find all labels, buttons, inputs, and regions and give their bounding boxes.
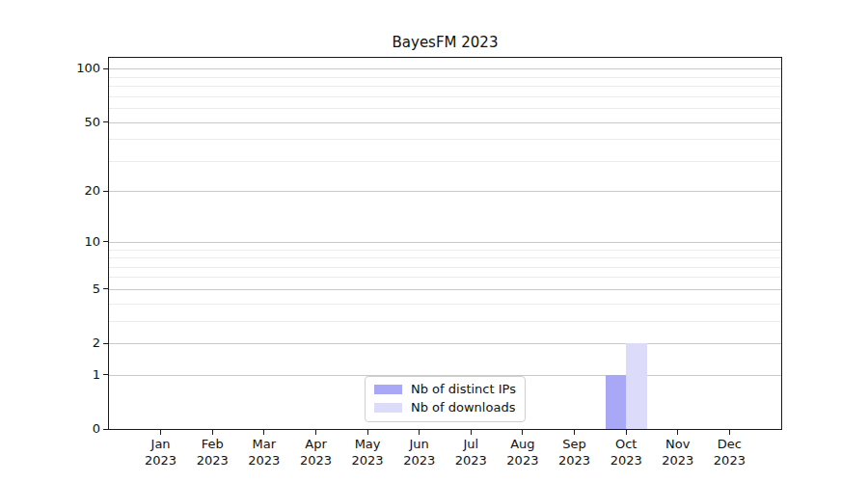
x-axis-tick-label: Jul2023	[442, 436, 500, 469]
legend-label-distinct-ips: Nb of distinct IPs	[411, 383, 516, 396]
x-tick-year: 2023	[649, 452, 707, 469]
legend-item-distinct-ips: Nb of distinct IPs	[374, 383, 516, 396]
x-tick-year: 2023	[287, 452, 345, 469]
x-axis-tick	[522, 430, 523, 435]
x-axis-tick	[471, 430, 472, 435]
gridline-minor	[109, 161, 781, 162]
x-tick-year: 2023	[597, 452, 655, 469]
x-axis-tick-label: Jun2023	[391, 436, 448, 469]
x-axis-tick	[626, 430, 627, 435]
legend: Nb of distinct IPs Nb of downloads	[365, 376, 526, 422]
x-tick-year: 2023	[442, 452, 500, 469]
x-axis-tick	[160, 430, 161, 435]
y-axis-tick	[103, 429, 109, 430]
legend-swatch-distinct-ips	[374, 385, 402, 394]
x-axis-tick-label: Jan2023	[132, 436, 190, 469]
x-axis-tick-label: Nov2023	[649, 436, 707, 469]
y-axis-tick-label: 1	[48, 367, 100, 383]
gridline-major	[109, 191, 781, 192]
bar-nb-of-downloads-oct	[626, 343, 646, 429]
x-axis-tick	[419, 430, 420, 435]
gridline-minor	[109, 277, 781, 278]
gridline-minor	[109, 321, 781, 322]
x-tick-month: Feb	[183, 436, 241, 452]
gridline-minor	[109, 250, 781, 251]
gridline-major	[109, 242, 781, 243]
chart-title: BayesFM 2023	[109, 34, 781, 51]
x-axis-tick	[367, 430, 368, 435]
y-axis-tick-label: 0	[48, 421, 100, 437]
gridline-major	[109, 289, 781, 290]
bayesfm-download-stats-chart: BayesFM 2023 Nb of distinct IPs Nb of do…	[0, 0, 868, 482]
y-axis-tick	[103, 288, 109, 289]
x-tick-year: 2023	[183, 452, 241, 469]
x-tick-month: Jan	[132, 436, 190, 452]
x-tick-year: 2023	[700, 452, 758, 469]
x-tick-month: Aug	[494, 436, 552, 452]
x-axis-tick-label: May2023	[339, 436, 396, 469]
x-tick-month: Mar	[235, 436, 293, 452]
y-axis-tick	[103, 191, 109, 192]
x-tick-year: 2023	[391, 452, 448, 469]
gridline-major	[109, 343, 781, 344]
x-tick-year: 2023	[339, 452, 396, 469]
x-axis-tick	[729, 430, 730, 435]
gridline-minor	[109, 304, 781, 305]
x-axis-tick	[263, 430, 264, 435]
x-tick-month: Oct	[597, 436, 655, 452]
gridline-major	[109, 122, 781, 123]
x-axis-tick-label: Feb2023	[183, 436, 241, 469]
x-axis-tick-label: Dec2023	[700, 436, 758, 469]
plot-area: Nb of distinct IPs Nb of downloads	[109, 58, 781, 429]
x-tick-year: 2023	[494, 452, 552, 469]
y-axis-tick	[103, 241, 109, 242]
x-tick-month: Apr	[287, 436, 345, 452]
y-axis-tick	[103, 68, 109, 69]
x-axis-tick	[212, 430, 213, 435]
x-axis-tick	[574, 430, 575, 435]
x-axis-tick	[315, 430, 316, 435]
gridline-minor	[109, 257, 781, 258]
gridline-minor	[109, 139, 781, 140]
x-tick-month: Jul	[442, 436, 500, 452]
x-tick-month: May	[339, 436, 396, 452]
bar-nb-of-distinct-ips-oct	[606, 375, 626, 429]
gridline-minor	[109, 96, 781, 97]
legend-swatch-downloads	[374, 403, 402, 413]
y-axis-tick-label: 100	[48, 61, 100, 76]
gridline-minor	[109, 267, 781, 268]
y-axis-tick-label: 20	[48, 183, 100, 199]
y-axis-tick-label: 5	[48, 281, 100, 297]
y-axis-tick-label: 2	[48, 335, 100, 351]
y-axis-tick	[103, 374, 109, 375]
gridline-minor	[109, 77, 781, 78]
gridline-major	[109, 68, 781, 69]
x-tick-month: Sep	[546, 436, 604, 452]
x-axis-tick	[677, 430, 678, 435]
x-axis-tick-label: Aug2023	[494, 436, 552, 469]
x-tick-year: 2023	[235, 452, 293, 469]
x-axis-tick-label: Sep2023	[546, 436, 604, 469]
x-axis-tick-label: Oct2023	[597, 436, 655, 469]
x-tick-month: Dec	[700, 436, 758, 452]
legend-label-downloads: Nb of downloads	[411, 401, 515, 415]
x-tick-month: Jun	[391, 436, 448, 452]
x-tick-month: Nov	[649, 436, 707, 452]
x-tick-year: 2023	[546, 452, 604, 469]
x-axis-tick-label: Apr2023	[287, 436, 345, 469]
legend-item-downloads: Nb of downloads	[374, 401, 516, 415]
gridline-minor	[109, 86, 781, 87]
y-axis-tick	[103, 343, 109, 344]
y-axis-tick-label: 10	[48, 234, 100, 250]
y-axis-tick-label: 50	[48, 115, 100, 130]
x-axis-tick-label: Mar2023	[235, 436, 293, 469]
gridline-minor	[109, 108, 781, 109]
x-tick-year: 2023	[132, 452, 190, 469]
y-axis-tick	[103, 121, 109, 122]
